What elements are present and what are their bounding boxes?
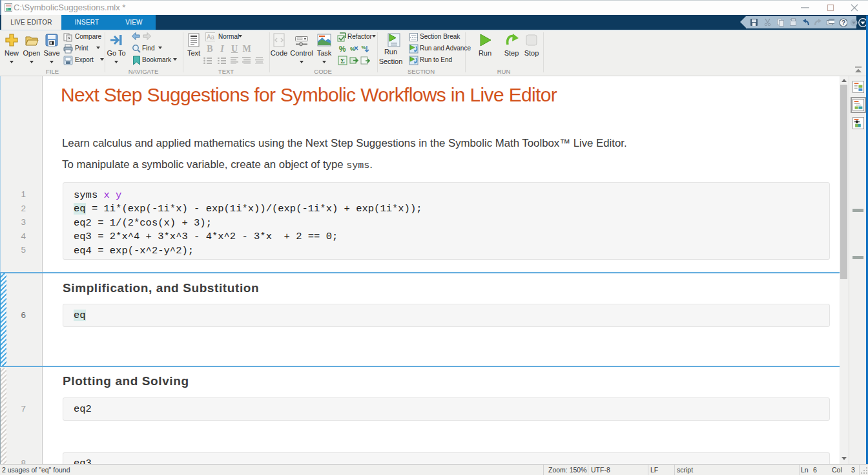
svg-text:Aa: Aa (207, 34, 215, 41)
svg-text:%: % (339, 45, 346, 54)
svg-text:Σ: Σ (340, 58, 345, 65)
svg-text:?: ? (842, 19, 845, 26)
